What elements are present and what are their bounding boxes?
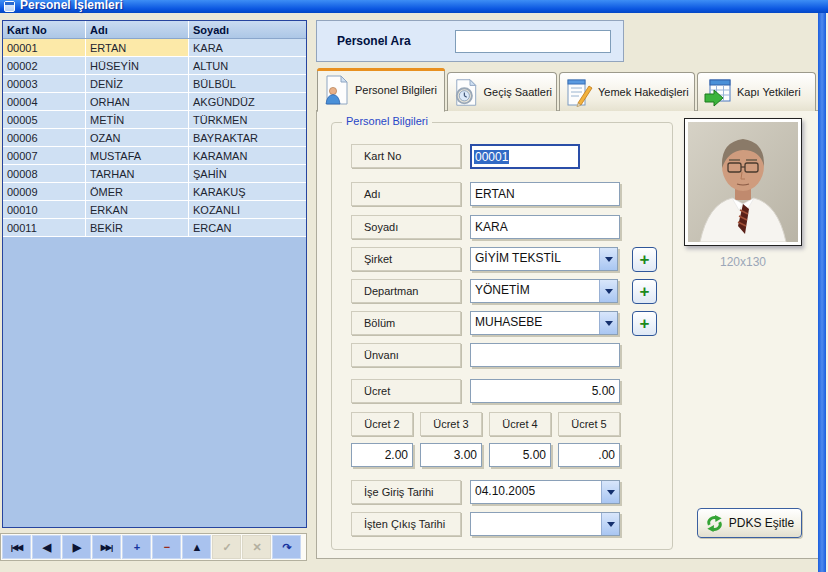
- table-cell[interactable]: MUSTAFA: [86, 147, 189, 164]
- ucret-input[interactable]: [470, 379, 620, 403]
- table-row[interactable]: 00006OZANBAYRAKTAR: [3, 129, 306, 147]
- ucret2-input[interactable]: [351, 443, 413, 467]
- table-row[interactable]: 00004ORHANAKGÜNDÜZ: [3, 93, 306, 111]
- adi-input[interactable]: [470, 182, 620, 206]
- table-cell[interactable]: TARHAN: [86, 165, 189, 182]
- add-bolum-button[interactable]: +: [632, 311, 657, 336]
- tab-personel-bilgileri[interactable]: Personel Bilgileri: [317, 68, 445, 112]
- search-input[interactable]: [455, 30, 611, 53]
- kart-no-input[interactable]: 00001: [470, 144, 580, 169]
- table-arrow-icon: [703, 78, 732, 107]
- soyadi-input[interactable]: [470, 215, 620, 239]
- table-cell[interactable]: HÜSEYİN: [86, 57, 189, 74]
- tab-bar: Personel Bilgileri Geçiş Saatleri Yemek …: [317, 67, 819, 111]
- table-row[interactable]: 00003DENİZBÜLBÜL: [3, 75, 306, 93]
- first-record-button[interactable]: |◀◀: [2, 535, 31, 559]
- table-cell[interactable]: 00004: [3, 93, 86, 110]
- table-cell[interactable]: 00006: [3, 129, 86, 146]
- ucret3-label: Ücret 3: [420, 412, 482, 436]
- window-border: [818, 13, 826, 572]
- personnel-photo: [684, 118, 802, 246]
- table-row[interactable]: 00008TARHANŞAHİN: [3, 165, 306, 183]
- ise-giris-tarihi-picker[interactable]: 04.10.2005: [470, 480, 620, 504]
- table-cell[interactable]: ALTUN: [189, 57, 306, 74]
- table-cell[interactable]: 00003: [3, 75, 86, 92]
- table-cell[interactable]: ERCAN: [189, 219, 306, 236]
- table-cell[interactable]: BAYRAKTAR: [189, 129, 306, 146]
- column-header-soyadi[interactable]: Soyadı: [189, 21, 306, 38]
- soyadi-label: Soyadı: [351, 215, 461, 239]
- table-cell[interactable]: METİN: [86, 111, 189, 128]
- last-record-button[interactable]: ▶▶|: [92, 535, 121, 559]
- ise-giris-tarihi-label: İşe Giriş Tarihi: [351, 480, 461, 504]
- bolum-label: Bölüm: [351, 311, 461, 335]
- table-cell[interactable]: 00007: [3, 147, 86, 164]
- isten-cikis-tarihi-picker[interactable]: [470, 512, 620, 536]
- table-cell[interactable]: ERKAN: [86, 201, 189, 218]
- table-row[interactable]: 00005METİNTÜRKMEN: [3, 111, 306, 129]
- departman-combobox[interactable]: YÖNETİM: [470, 279, 618, 303]
- groupbox-title: Personel Bilgileri: [342, 115, 432, 127]
- ucret4-input[interactable]: [489, 443, 551, 467]
- add-sirket-button[interactable]: +: [632, 247, 657, 272]
- tab-yemek-hakedisleri[interactable]: Yemek Hakedişleri: [559, 72, 695, 111]
- table-cell[interactable]: OZAN: [86, 129, 189, 146]
- table-cell[interactable]: 00011: [3, 219, 86, 236]
- chevron-down-icon[interactable]: [599, 280, 617, 302]
- ucret5-input[interactable]: [558, 443, 620, 467]
- ucret3-input[interactable]: [420, 443, 482, 467]
- table-cell[interactable]: 00010: [3, 201, 86, 218]
- table-cell[interactable]: 00002: [3, 57, 86, 74]
- prior-record-button[interactable]: ◀: [32, 535, 61, 559]
- table-cell[interactable]: KARA: [189, 39, 306, 56]
- chevron-down-icon[interactable]: [601, 481, 619, 503]
- sync-arrows-icon: [705, 514, 724, 533]
- table-cell[interactable]: BÜLBÜL: [189, 75, 306, 92]
- table-cell[interactable]: BEKİR: [86, 219, 189, 236]
- tab-kapi-yetkileri[interactable]: Kapı Yetkileri: [697, 72, 816, 111]
- tab-gecis-saatleri[interactable]: Geçiş Saatleri: [447, 72, 557, 111]
- table-cell[interactable]: KOZANLI: [189, 201, 306, 218]
- grid-header[interactable]: Kart No Adı Soyadı: [3, 21, 306, 39]
- pdks-sync-button[interactable]: PDKS Eşitle: [697, 508, 802, 538]
- chevron-down-icon[interactable]: [601, 513, 619, 535]
- ucret5-label: Ücret 5: [558, 412, 620, 436]
- chevron-down-icon[interactable]: [599, 312, 617, 334]
- unvani-input[interactable]: [470, 343, 620, 367]
- table-row[interactable]: 00011BEKİRERCAN: [3, 219, 306, 237]
- bolum-value: MUHASEBE: [471, 312, 599, 334]
- title-bar[interactable]: Personel İşlemleri: [0, 0, 828, 13]
- refresh-button[interactable]: ↷: [272, 535, 301, 559]
- table-row[interactable]: 00001ERTANKARA: [3, 39, 306, 57]
- table-row[interactable]: 00007MUSTAFAKARAMAN: [3, 147, 306, 165]
- table-cell[interactable]: 00009: [3, 183, 86, 200]
- chevron-down-icon[interactable]: [599, 248, 617, 270]
- bolum-combobox[interactable]: MUHASEBE: [470, 311, 618, 335]
- table-cell[interactable]: KARAMAN: [189, 147, 306, 164]
- table-cell[interactable]: TÜRKMEN: [189, 111, 306, 128]
- table-row[interactable]: 00009ÖMERKARAKUŞ: [3, 183, 306, 201]
- portrait-image: [688, 122, 798, 242]
- column-header-adi[interactable]: Adı: [86, 21, 189, 38]
- table-row[interactable]: 00002HÜSEYİNALTUN: [3, 57, 306, 75]
- table-cell[interactable]: KARAKUŞ: [189, 183, 306, 200]
- insert-record-button[interactable]: +: [122, 535, 151, 559]
- add-departman-button[interactable]: +: [632, 279, 657, 304]
- delete-record-button[interactable]: −: [152, 535, 181, 559]
- table-cell[interactable]: ÖMER: [86, 183, 189, 200]
- table-cell[interactable]: 00001: [3, 39, 86, 56]
- edit-record-button[interactable]: ▲: [182, 535, 211, 559]
- table-cell[interactable]: ŞAHİN: [189, 165, 306, 182]
- table-cell[interactable]: ERTAN: [86, 39, 189, 56]
- sirket-combobox[interactable]: GİYİM TEKSTİL: [470, 247, 618, 271]
- table-cell[interactable]: ORHAN: [86, 93, 189, 110]
- next-record-button[interactable]: ▶: [62, 535, 91, 559]
- table-cell[interactable]: 00005: [3, 111, 86, 128]
- personnel-grid[interactable]: Kart No Adı Soyadı 00001ERTANKARA00002HÜ…: [2, 20, 307, 528]
- departman-label: Departman: [351, 279, 461, 303]
- table-cell[interactable]: DENİZ: [86, 75, 189, 92]
- table-cell[interactable]: AKGÜNDÜZ: [189, 93, 306, 110]
- table-row[interactable]: 00010ERKANKOZANLI: [3, 201, 306, 219]
- table-cell[interactable]: 00008: [3, 165, 86, 182]
- column-header-kartno[interactable]: Kart No: [3, 21, 86, 38]
